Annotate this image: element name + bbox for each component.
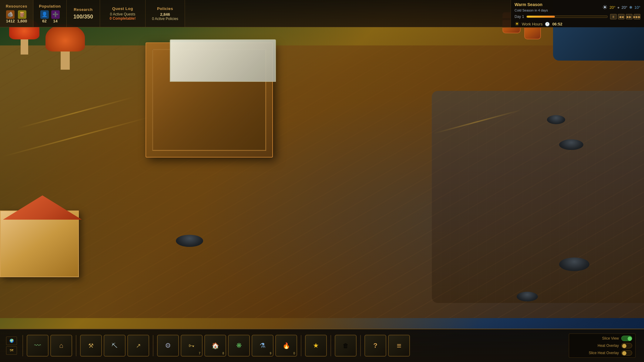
help-icon: ? — [373, 342, 377, 349]
heat-overlay-item: Heat Overlay — [572, 343, 632, 348]
slice-heat-label: Slice Heat Overlay — [589, 351, 619, 355]
bottom-toolbar: 🌍 🗺 〰 ⌂ ⚒ ⛏ ↗ ⚙ 🗝 7 🏠 8 ❋ ⚗ 9 🔥 0 — [0, 329, 644, 362]
toolbar-btn-build[interactable]: ⌂ — [50, 335, 72, 357]
toolbar-btn-fire[interactable]: 🔥 0 — [275, 335, 297, 357]
policies-value: 2,846 — [160, 12, 170, 17]
toolbar-sep-4 — [301, 335, 301, 356]
policies-active: 0 Active Policies — [152, 17, 178, 21]
toolbar-btn-flask[interactable]: ⚗ 9 — [252, 335, 273, 357]
day-bar-fill — [527, 16, 555, 18]
toolbar-btn-hammer[interactable]: ⚒ — [80, 335, 102, 357]
slice-view-knob — [628, 337, 632, 341]
minimap-btn-2[interactable]: 🗺 — [6, 346, 17, 355]
toolbar-sep-5 — [330, 335, 331, 356]
pause-btn[interactable]: ⏸ — [610, 14, 617, 19]
key-num: 7 — [199, 352, 200, 355]
toolbar-btn-snake[interactable]: 〰 — [27, 335, 49, 357]
resource-stone: 🪨 1412 — [6, 10, 15, 23]
season-label: Warm Season Cold Season in 4 days — [515, 2, 548, 13]
sun-icon: ☀ — [515, 21, 519, 27]
clock-icon: 🕐 — [545, 22, 550, 26]
home-icon: 🏠 — [212, 343, 219, 349]
resource-pile-4 — [517, 292, 538, 301]
flask-num: 9 — [270, 352, 271, 355]
flask-icon: ⚗ — [260, 342, 266, 349]
build-icon: ⌂ — [59, 342, 63, 349]
trash-icon: 🗑 — [343, 343, 349, 349]
toolbar-btn-home[interactable]: 🏠 8 — [204, 335, 226, 357]
slice-view-item: Slice View — [572, 336, 632, 341]
pop-extra-value: 14 — [53, 19, 57, 23]
nav-tabs: Resources 🪨 1412 🪵 1,600 Population 👤 62 — [0, 0, 185, 27]
time-display: 06:52 — [552, 22, 562, 26]
floor-overlay — [0, 45, 644, 318]
resource-pile-2 — [559, 139, 583, 150]
slower-btn[interactable]: ◀◀ — [618, 14, 625, 19]
weather-panel: Warm Season Cold Season in 4 days ☀ 20° … — [511, 0, 644, 27]
slice-heat-item: Slice Heat Overlay — [572, 350, 632, 356]
minimap-controls: 🌍 🗺 — [6, 337, 17, 355]
temp-display: ☀ 20° ● 20° ❄ 10° — [602, 4, 640, 11]
toolbar-btn-arrow[interactable]: ↗ — [127, 335, 149, 357]
toolbar-sep-2 — [76, 335, 76, 356]
tab-research[interactable]: Research 100/350 — [67, 0, 100, 27]
quest-completable: 0 Completable! — [109, 16, 136, 21]
quest-active: 0 Active Quests — [110, 12, 135, 16]
slice-heat-toggle[interactable] — [621, 350, 632, 356]
season-row: Warm Season Cold Season in 4 days ☀ 20° … — [515, 2, 640, 13]
toolbar-btn-help[interactable]: ? — [364, 335, 386, 357]
tab-population[interactable]: Population 👤 62 ➕ 14 — [33, 0, 67, 27]
cold-warning: Cold Season in 4 days — [515, 8, 548, 12]
tab-policies[interactable]: Policies 2,846 0 Active Policies — [146, 0, 185, 27]
resource-pile-5 — [176, 235, 203, 247]
toolbar-btn-menu[interactable]: ≡ — [388, 335, 410, 357]
weather-icon: ☀ — [602, 4, 608, 11]
pop-row: 👤 62 ➕ 14 — [40, 10, 60, 23]
toolbar-btn-star[interactable]: ★ — [305, 335, 327, 357]
snowflake-icon: ❄ — [629, 5, 632, 10]
heat-overlay-knob — [622, 344, 626, 348]
faster-btn[interactable]: ▶▶ — [626, 14, 632, 19]
resource-pop-extra: ➕ 14 — [51, 10, 60, 23]
star-icon: ★ — [313, 342, 319, 349]
pop-icon: 👤 — [40, 10, 49, 19]
resource-pile-3 — [559, 257, 589, 271]
resource-wood: 🪵 1,600 — [17, 10, 27, 23]
time-controls: ⏸ ◀◀ ▶▶ ▶▶▶ — [610, 14, 640, 19]
day-label: Day 1 — [515, 15, 524, 19]
stone-icon: 🪨 — [6, 10, 15, 19]
wood-value: 1,600 — [17, 19, 27, 23]
temp-current: 20° — [609, 5, 615, 10]
slice-view-toggle[interactable] — [621, 336, 632, 341]
fastest-btn[interactable]: ▶▶▶ — [634, 14, 640, 19]
arrow-icon: ↗ — [136, 343, 141, 349]
heat-overlay-toggle[interactable] — [621, 343, 632, 348]
toolbar-btn-gear[interactable]: ⚙ — [157, 335, 179, 357]
toolbar-sep-6 — [360, 335, 361, 356]
game-viewport — [0, 0, 644, 362]
temp-cold: 10° — [634, 5, 640, 10]
canopy-structure — [170, 39, 276, 82]
resource-pop: 👤 62 — [40, 10, 49, 23]
temp-sep: ● — [617, 5, 620, 10]
snake-icon: 〰 — [34, 342, 41, 349]
fire-icon: 🔥 — [283, 343, 290, 349]
toolbar-sep-1 — [22, 335, 23, 356]
workhours-label: Work Hours — [522, 22, 542, 26]
tab-resources[interactable]: Resources 🪨 1412 🪵 1,600 — [0, 0, 33, 27]
toolbar-btn-tree[interactable]: ❋ — [228, 335, 250, 357]
tab-questlog[interactable]: Quest Log 0 Active Quests 0 Completable! — [100, 0, 146, 27]
hammer-icon: ⚒ — [88, 343, 94, 349]
toolbar-btn-key[interactable]: 🗝 7 — [181, 335, 203, 357]
toolbar-btn-pickaxe[interactable]: ⛏ — [104, 335, 126, 357]
stone-value: 1412 — [6, 19, 15, 23]
minimap-btn-1[interactable]: 🌍 — [6, 337, 17, 345]
building-house — [0, 211, 79, 277]
fire-num: 0 — [293, 352, 295, 355]
overlay-panel: Slice View Heat Overlay Slice Heat Overl… — [569, 334, 636, 358]
mushroom-2 — [45, 24, 85, 70]
pop-value: 62 — [42, 19, 46, 23]
home-num: 8 — [222, 352, 224, 355]
resource-icons-row: 🪨 1412 🪵 1,600 — [6, 10, 27, 23]
toolbar-btn-trash[interactable]: 🗑 — [335, 335, 357, 357]
